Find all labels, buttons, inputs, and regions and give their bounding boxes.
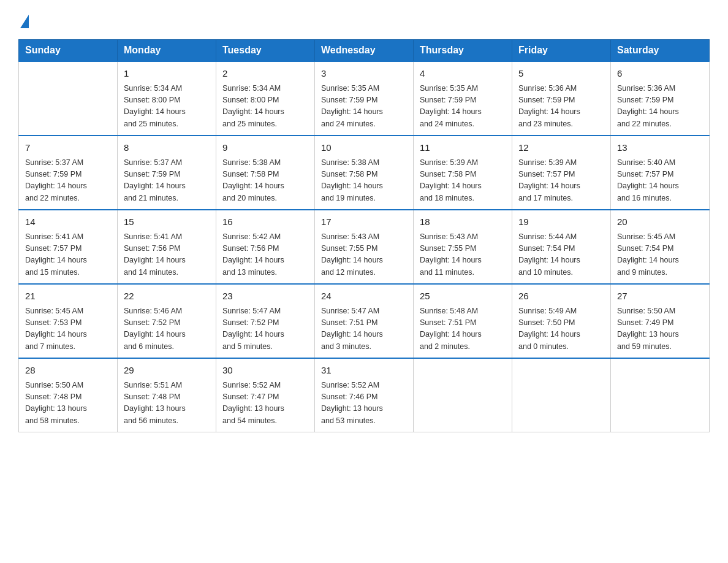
day-info: Sunrise: 5:52 AM Sunset: 7:47 PM Dayligh… — [222, 380, 308, 427]
day-info: Sunrise: 5:48 AM Sunset: 7:51 PM Dayligh… — [420, 305, 506, 353]
calendar-cell — [611, 358, 710, 432]
day-info: Sunrise: 5:50 AM Sunset: 7:48 PM Dayligh… — [25, 380, 111, 427]
calendar-cell: 3Sunrise: 5:35 AM Sunset: 7:59 PM Daylig… — [315, 61, 414, 136]
day-number: 12 — [518, 141, 604, 155]
calendar-cell: 12Sunrise: 5:39 AM Sunset: 7:57 PM Dayli… — [512, 136, 611, 210]
day-number: 6 — [617, 67, 703, 81]
day-number: 23 — [222, 289, 308, 304]
col-header-monday: Monday — [118, 40, 216, 62]
day-number: 24 — [321, 289, 407, 304]
calendar-cell — [512, 358, 611, 432]
day-info: Sunrise: 5:47 AM Sunset: 7:51 PM Dayligh… — [321, 305, 407, 353]
calendar-cell: 7Sunrise: 5:37 AM Sunset: 7:59 PM Daylig… — [19, 136, 118, 210]
day-number: 20 — [617, 215, 703, 229]
day-info: Sunrise: 5:34 AM Sunset: 8:00 PM Dayligh… — [222, 83, 308, 131]
day-info: Sunrise: 5:51 AM Sunset: 7:48 PM Dayligh… — [124, 380, 210, 427]
day-number: 22 — [124, 289, 210, 304]
calendar-cell: 22Sunrise: 5:46 AM Sunset: 7:52 PM Dayli… — [118, 284, 216, 358]
day-info: Sunrise: 5:39 AM Sunset: 7:58 PM Dayligh… — [420, 157, 506, 205]
calendar-cell: 18Sunrise: 5:43 AM Sunset: 7:55 PM Dayli… — [414, 210, 512, 284]
calendar-header-row: SundayMondayTuesdayWednesdayThursdayFrid… — [19, 40, 710, 62]
day-info: Sunrise: 5:47 AM Sunset: 7:52 PM Dayligh… — [222, 305, 308, 353]
calendar-cell: 6Sunrise: 5:36 AM Sunset: 7:59 PM Daylig… — [611, 61, 710, 136]
calendar-cell: 2Sunrise: 5:34 AM Sunset: 8:00 PM Daylig… — [216, 61, 315, 136]
day-info: Sunrise: 5:38 AM Sunset: 7:58 PM Dayligh… — [321, 157, 407, 205]
day-info: Sunrise: 5:44 AM Sunset: 7:54 PM Dayligh… — [518, 231, 604, 279]
col-header-wednesday: Wednesday — [315, 40, 414, 62]
calendar-cell: 14Sunrise: 5:41 AM Sunset: 7:57 PM Dayli… — [19, 210, 118, 284]
calendar-cell: 9Sunrise: 5:38 AM Sunset: 7:58 PM Daylig… — [216, 136, 315, 210]
calendar-cell: 20Sunrise: 5:45 AM Sunset: 7:54 PM Dayli… — [611, 210, 710, 284]
page-header — [18, 12, 710, 28]
day-number: 15 — [124, 215, 210, 229]
col-header-sunday: Sunday — [19, 40, 118, 62]
day-number: 11 — [420, 141, 506, 155]
calendar-cell: 8Sunrise: 5:37 AM Sunset: 7:59 PM Daylig… — [118, 136, 216, 210]
day-info: Sunrise: 5:46 AM Sunset: 7:52 PM Dayligh… — [124, 305, 210, 353]
day-number: 19 — [518, 215, 604, 229]
calendar-cell: 25Sunrise: 5:48 AM Sunset: 7:51 PM Dayli… — [414, 284, 512, 358]
calendar-cell: 1Sunrise: 5:34 AM Sunset: 8:00 PM Daylig… — [118, 61, 216, 136]
day-info: Sunrise: 5:43 AM Sunset: 7:55 PM Dayligh… — [321, 231, 407, 279]
day-number: 13 — [617, 141, 703, 155]
calendar-cell: 16Sunrise: 5:42 AM Sunset: 7:56 PM Dayli… — [216, 210, 315, 284]
day-info: Sunrise: 5:49 AM Sunset: 7:50 PM Dayligh… — [518, 305, 604, 353]
day-info: Sunrise: 5:39 AM Sunset: 7:57 PM Dayligh… — [518, 157, 604, 205]
col-header-friday: Friday — [512, 40, 611, 62]
day-number: 1 — [124, 67, 210, 81]
day-info: Sunrise: 5:52 AM Sunset: 7:46 PM Dayligh… — [321, 380, 407, 427]
calendar-week-2: 7Sunrise: 5:37 AM Sunset: 7:59 PM Daylig… — [19, 136, 710, 210]
col-header-saturday: Saturday — [611, 40, 710, 62]
calendar-week-3: 14Sunrise: 5:41 AM Sunset: 7:57 PM Dayli… — [19, 210, 710, 284]
day-info: Sunrise: 5:34 AM Sunset: 8:00 PM Dayligh… — [124, 83, 210, 131]
calendar-cell: 27Sunrise: 5:50 AM Sunset: 7:49 PM Dayli… — [611, 284, 710, 358]
day-number: 9 — [222, 141, 308, 155]
day-number: 27 — [617, 289, 703, 304]
day-info: Sunrise: 5:36 AM Sunset: 7:59 PM Dayligh… — [617, 83, 703, 131]
day-number: 7 — [25, 141, 111, 155]
day-info: Sunrise: 5:45 AM Sunset: 7:54 PM Dayligh… — [617, 231, 703, 279]
day-info: Sunrise: 5:41 AM Sunset: 7:56 PM Dayligh… — [124, 231, 210, 279]
day-info: Sunrise: 5:50 AM Sunset: 7:49 PM Dayligh… — [617, 305, 703, 353]
calendar-cell: 26Sunrise: 5:49 AM Sunset: 7:50 PM Dayli… — [512, 284, 611, 358]
calendar-cell: 19Sunrise: 5:44 AM Sunset: 7:54 PM Dayli… — [512, 210, 611, 284]
day-number: 4 — [420, 67, 506, 81]
day-number: 30 — [222, 364, 308, 378]
day-number: 14 — [25, 215, 111, 229]
day-info: Sunrise: 5:38 AM Sunset: 7:58 PM Dayligh… — [222, 157, 308, 205]
calendar-cell: 17Sunrise: 5:43 AM Sunset: 7:55 PM Dayli… — [315, 210, 414, 284]
calendar-table: SundayMondayTuesdayWednesdayThursdayFrid… — [18, 39, 710, 432]
calendar-cell: 11Sunrise: 5:39 AM Sunset: 7:58 PM Dayli… — [414, 136, 512, 210]
calendar-cell: 23Sunrise: 5:47 AM Sunset: 7:52 PM Dayli… — [216, 284, 315, 358]
calendar-cell: 10Sunrise: 5:38 AM Sunset: 7:58 PM Dayli… — [315, 136, 414, 210]
col-header-thursday: Thursday — [414, 40, 512, 62]
day-info: Sunrise: 5:36 AM Sunset: 7:59 PM Dayligh… — [518, 83, 604, 131]
calendar-cell: 4Sunrise: 5:35 AM Sunset: 7:59 PM Daylig… — [414, 61, 512, 136]
day-info: Sunrise: 5:45 AM Sunset: 7:53 PM Dayligh… — [25, 305, 111, 353]
day-info: Sunrise: 5:42 AM Sunset: 7:56 PM Dayligh… — [222, 231, 308, 279]
calendar-cell: 15Sunrise: 5:41 AM Sunset: 7:56 PM Dayli… — [118, 210, 216, 284]
day-number: 26 — [518, 289, 604, 304]
day-number: 17 — [321, 215, 407, 229]
calendar-week-4: 21Sunrise: 5:45 AM Sunset: 7:53 PM Dayli… — [19, 284, 710, 358]
calendar-cell: 30Sunrise: 5:52 AM Sunset: 7:47 PM Dayli… — [216, 358, 315, 432]
day-number: 28 — [25, 364, 111, 378]
logo — [18, 12, 29, 28]
day-info: Sunrise: 5:40 AM Sunset: 7:57 PM Dayligh… — [617, 157, 703, 205]
day-info: Sunrise: 5:37 AM Sunset: 7:59 PM Dayligh… — [25, 157, 111, 205]
calendar-cell — [19, 61, 118, 136]
day-number: 2 — [222, 67, 308, 81]
day-number: 18 — [420, 215, 506, 229]
calendar-cell: 13Sunrise: 5:40 AM Sunset: 7:57 PM Dayli… — [611, 136, 710, 210]
calendar-cell: 29Sunrise: 5:51 AM Sunset: 7:48 PM Dayli… — [118, 358, 216, 432]
day-number: 21 — [25, 289, 111, 304]
day-number: 5 — [518, 67, 604, 81]
col-header-tuesday: Tuesday — [216, 40, 315, 62]
calendar-cell: 31Sunrise: 5:52 AM Sunset: 7:46 PM Dayli… — [315, 358, 414, 432]
day-info: Sunrise: 5:37 AM Sunset: 7:59 PM Dayligh… — [124, 157, 210, 205]
day-number: 3 — [321, 67, 407, 81]
calendar-week-5: 28Sunrise: 5:50 AM Sunset: 7:48 PM Dayli… — [19, 358, 710, 432]
day-info: Sunrise: 5:35 AM Sunset: 7:59 PM Dayligh… — [321, 83, 407, 131]
day-number: 31 — [321, 364, 407, 378]
day-info: Sunrise: 5:41 AM Sunset: 7:57 PM Dayligh… — [25, 231, 111, 279]
